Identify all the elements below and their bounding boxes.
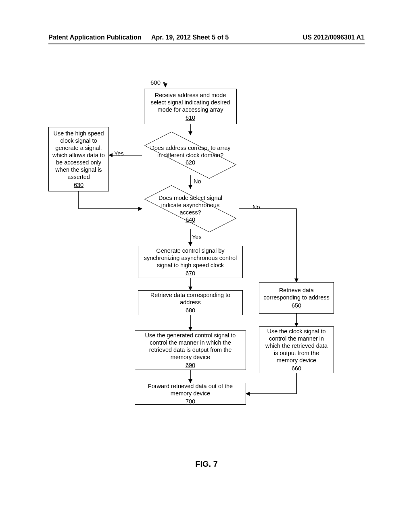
flowchart-canvas: 600 Receive address and mode select sign… (48, 64, 365, 468)
header-patent-number: US 2012/0096301 A1 (303, 34, 365, 41)
flowchart-lines (48, 64, 365, 468)
header-publication: Patent Application Publication (48, 34, 142, 41)
header-rule (48, 44, 365, 44)
page: Patent Application Publication Apr. 19, … (0, 0, 413, 532)
header-date-sheet: Apr. 19, 2012 Sheet 5 of 5 (151, 34, 229, 41)
